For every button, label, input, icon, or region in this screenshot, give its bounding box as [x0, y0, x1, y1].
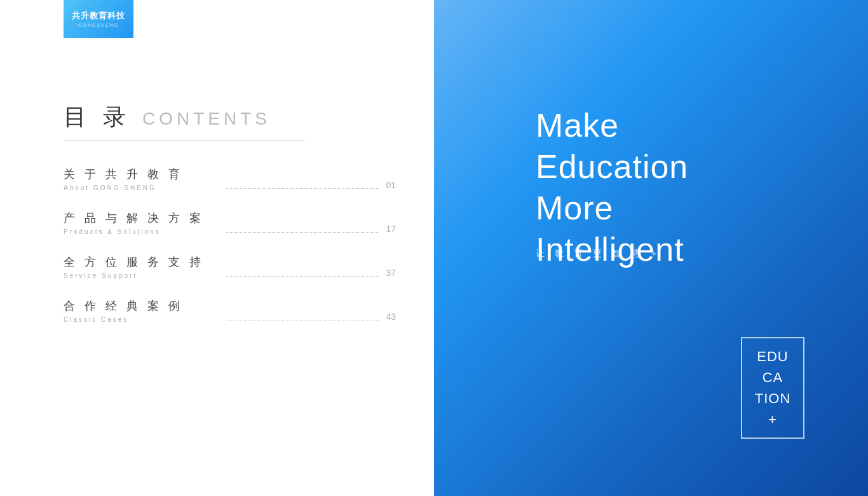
toc-item-english: Products & Solutions [64, 228, 217, 235]
toc-dots [226, 232, 379, 233]
toc-item-chinese: 关 于 共 升 教 育 [64, 167, 217, 182]
contents-header: 目 录 CONTENTS [64, 102, 396, 133]
toc-item-english: Classic Cases [64, 316, 217, 323]
toc-item-english: Service Support [64, 272, 217, 279]
toc-item: 全 方 位 服 务 支 持 Service Support 37 [64, 254, 396, 279]
toc-item-english: About GONG SHENG [64, 184, 217, 191]
tagline-chinese: 让 教 育 更 智 慧 ＋ [536, 248, 662, 259]
logo-chinese: 共升教育科技 [72, 11, 125, 22]
toc-dots [226, 276, 379, 277]
toc-item: 产 品 与 解 决 方 案 Products & Solutions 17 [64, 210, 396, 235]
toc-list: 关 于 共 升 教 育 About GONG SHENG 01 产 品 与 解 … [64, 167, 396, 323]
left-panel: 共升教育科技 GONGSHENG 目 录 CONTENTS 关 于 共 升 教 … [0, 0, 434, 496]
toc-item-chinese: 全 方 位 服 务 支 持 [64, 254, 217, 270]
logo-pinyin: GONGSHENG [78, 23, 119, 27]
contents-chinese-title: 目 录 [64, 102, 131, 133]
toc-item-chinese: 合 作 经 典 案 例 [64, 298, 217, 313]
toc-number: 37 [386, 268, 396, 279]
contents-english-title: CONTENTS [142, 109, 271, 129]
tagline-line1: Make [536, 105, 688, 146]
toc-left: 关 于 共 升 教 育 About GONG SHENG [64, 167, 217, 191]
tagline-line3: More [536, 188, 688, 229]
toc-left: 产 品 与 解 决 方 案 Products & Solutions [64, 210, 217, 235]
tagline-line2: Education [536, 146, 688, 188]
logo: 共升教育科技 GONGSHENG [64, 0, 133, 38]
toc-dots [226, 320, 379, 320]
toc-item-chinese: 产 品 与 解 决 方 案 [64, 210, 217, 226]
toc-number: 01 [386, 180, 396, 191]
toc-number: 17 [386, 224, 396, 235]
toc-left: 全 方 位 服 务 支 持 Service Support [64, 254, 217, 279]
contents-section: 目 录 CONTENTS 关 于 共 升 教 育 About GONG SHEN… [64, 102, 396, 342]
edu-text: EDUCATION+ [755, 346, 791, 430]
tagline: Make Education More Intelligent [536, 105, 688, 270]
toc-dots [226, 188, 379, 189]
edu-box: EDUCATION+ [741, 337, 804, 439]
toc-left: 合 作 经 典 案 例 Classic Cases [64, 298, 217, 323]
toc-number: 43 [386, 312, 396, 323]
toc-item: 合 作 经 典 案 例 Classic Cases 43 [64, 298, 396, 323]
toc-item: 关 于 共 升 教 育 About GONG SHENG 01 [64, 167, 396, 191]
right-panel: Make Education More Intelligent 让 教 育 更 … [434, 0, 868, 496]
contents-divider [64, 141, 305, 141]
